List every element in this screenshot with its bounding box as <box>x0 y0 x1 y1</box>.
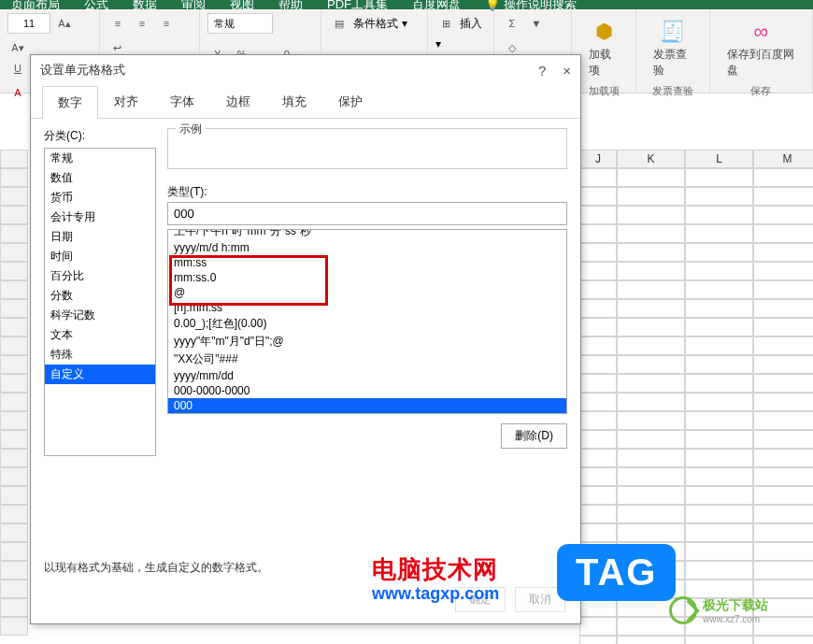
category-label: 分类(C): <box>44 128 156 144</box>
align-mid-icon[interactable]: ≡ <box>132 13 152 34</box>
close-icon[interactable]: × <box>563 63 571 79</box>
fill-icon[interactable]: ▼ <box>526 13 547 34</box>
col-header[interactable]: L <box>685 150 753 168</box>
format-item[interactable]: yyyy/mm/dd <box>168 368 566 383</box>
dialog-title: 设置单元格格式 <box>40 62 125 79</box>
col-header[interactable]: J <box>579 150 617 168</box>
category-item[interactable]: 百分比 <box>45 266 155 286</box>
align-bot-icon[interactable]: ≡ <box>156 13 177 34</box>
delete-button[interactable]: 删除(D) <box>501 423 567 449</box>
dialog-tabs: 数字 对齐 字体 边框 填充 保护 <box>31 85 580 119</box>
dialog-titlebar: 设置单元格格式 ? × <box>31 55 580 85</box>
format-item[interactable]: 0.00_);[红色](0.00) <box>168 315 566 333</box>
format-item[interactable]: 000 <box>168 398 566 413</box>
addin-button[interactable]: ⬢ 加载项 <box>579 13 628 82</box>
category-item[interactable]: 自定义 <box>45 365 155 384</box>
format-item[interactable]: mm:ss <box>168 255 566 270</box>
watermark-xz7: 极光下载站 www.xz7.com <box>669 596 768 624</box>
increase-font-icon[interactable]: A▴ <box>54 13 75 34</box>
col-header[interactable]: K <box>617 150 685 168</box>
number-format-select[interactable]: 常规 <box>207 13 273 34</box>
invoice-group: 🧾 发票查验 发票查验 <box>636 9 709 93</box>
category-item[interactable]: 会计专用 <box>45 208 155 227</box>
category-item[interactable]: 货币 <box>45 188 155 208</box>
format-item[interactable]: yyyy"年"m"月"d"日";@ <box>168 333 566 351</box>
tab-fill[interactable]: 填充 <box>266 85 322 118</box>
category-item[interactable]: 日期 <box>45 227 155 247</box>
watermark-tagxp: 电脑技术网 www.tagxp.com <box>372 553 499 604</box>
addin-group: ⬢ 加载项 加载项 <box>572 9 636 93</box>
format-cells-dialog: 设置单元格格式 ? × 数字 对齐 字体 边框 填充 保护 分类(C): 常规数… <box>30 54 581 624</box>
category-item[interactable]: 文本 <box>45 325 155 345</box>
watermark-tag-badge: TAG <box>557 544 676 601</box>
format-item[interactable]: mm:ss.0 <box>168 270 566 285</box>
cond-format-icon[interactable]: ▤ <box>329 13 349 34</box>
category-item[interactable]: 时间 <box>45 247 155 266</box>
sample-box: 示例 <box>167 128 567 169</box>
sample-label: 示例 <box>176 122 206 137</box>
tab-font[interactable]: 字体 <box>154 85 210 118</box>
type-input[interactable] <box>167 202 567 225</box>
tab-border[interactable]: 边框 <box>210 85 266 118</box>
format-list[interactable]: 上午/下午h"时"mm"分"ss"秒"yyyy/m/d h:mmmm:ssmm:… <box>167 229 567 414</box>
baidu-group: ∞ 保存到百度网盘 保存 <box>710 9 813 93</box>
underline-icon[interactable]: U <box>7 58 28 79</box>
xz7-logo-icon <box>669 596 697 624</box>
format-item[interactable]: 上午/下午h"时"mm"分"ss"秒" <box>168 229 566 240</box>
format-item[interactable]: 000-0000-0000 <box>168 383 566 398</box>
category-item[interactable]: 特殊 <box>45 345 155 365</box>
col-header[interactable]: M <box>753 150 813 168</box>
autosum-icon[interactable]: Σ <box>502 13 522 34</box>
invoice-icon: 🧾 <box>658 17 688 47</box>
font-size-select[interactable]: 11 <box>7 13 50 34</box>
format-item[interactable]: [h]:mm:ss <box>168 300 566 315</box>
ribbon-tabs: 页面布局 公式 数据 审阅 视图 帮助 PDF工具集 百度网盘 💡 操作说明搜索 <box>0 0 813 9</box>
category-item[interactable]: 分数 <box>45 286 155 306</box>
category-list[interactable]: 常规数值货币会计专用日期时间百分比分数科学记数文本特殊自定义 <box>44 148 156 456</box>
insert-label[interactable]: 插入 <box>460 16 482 32</box>
tab-protection[interactable]: 保护 <box>322 85 378 118</box>
format-item[interactable]: "XX公司"### <box>168 351 566 368</box>
decrease-font-icon[interactable]: A▾ <box>7 37 28 58</box>
baidu-icon: ∞ <box>746 17 776 47</box>
baidu-button[interactable]: ∞ 保存到百度网盘 <box>718 13 805 82</box>
tab-number[interactable]: 数字 <box>42 86 98 119</box>
align-top-icon[interactable]: ≡ <box>107 13 128 34</box>
type-label: 类型(T): <box>167 184 567 200</box>
category-item[interactable]: 数值 <box>45 168 155 188</box>
invoice-button[interactable]: 🧾 发票查验 <box>644 13 701 82</box>
format-item[interactable]: yyyy/m/d h:mm <box>168 240 566 255</box>
format-item[interactable]: @ <box>168 285 566 300</box>
insert-icon[interactable]: ⊞ <box>435 13 456 34</box>
tab-alignment[interactable]: 对齐 <box>98 85 154 118</box>
category-item[interactable]: 科学记数 <box>45 306 155 325</box>
cond-format-label[interactable]: 条件格式 <box>353 16 398 32</box>
help-icon[interactable]: ? <box>538 63 546 79</box>
addin-icon: ⬢ <box>589 17 619 47</box>
category-item[interactable]: 常规 <box>45 149 155 168</box>
